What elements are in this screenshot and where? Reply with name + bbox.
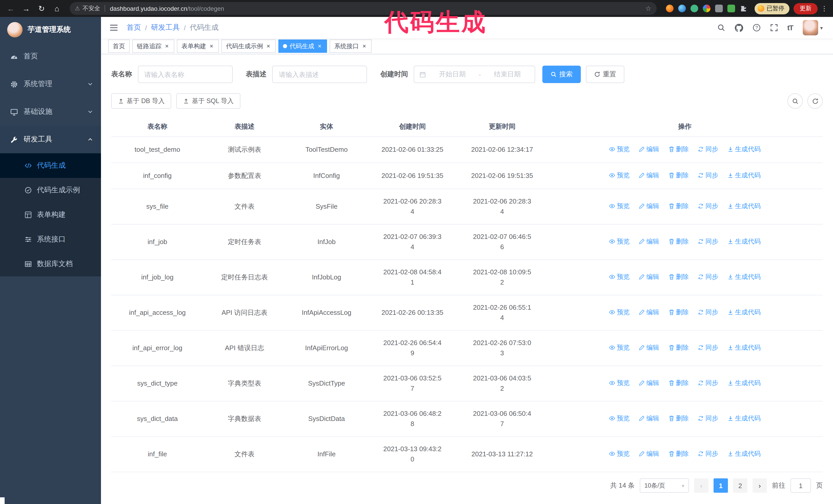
- toggle-search-button[interactable]: [787, 93, 803, 109]
- table-desc-input[interactable]: [272, 66, 367, 83]
- sidebar-item-system-api[interactable]: 系统接口: [0, 227, 101, 252]
- avatar-caret-icon[interactable]: ▾: [820, 25, 823, 30]
- sidebar-item-codegen[interactable]: 代码生成: [0, 153, 101, 178]
- paused-badge[interactable]: 已暂停: [754, 3, 789, 14]
- close-icon[interactable]: ×: [209, 43, 214, 50]
- user-avatar[interactable]: [803, 20, 818, 35]
- edit-link[interactable]: 编辑: [639, 378, 659, 388]
- generate-code-link[interactable]: 生成代码: [728, 378, 761, 388]
- sync-link[interactable]: 同步: [698, 378, 718, 388]
- app-logo[interactable]: 芋道管理系统: [0, 17, 101, 43]
- sidebar-item-infra[interactable]: 基础设施: [0, 98, 101, 126]
- close-icon[interactable]: ×: [164, 43, 170, 50]
- reset-button[interactable]: 重置: [586, 66, 624, 83]
- edit-link[interactable]: 编辑: [639, 170, 659, 181]
- sync-link[interactable]: 同步: [698, 413, 718, 424]
- github-icon[interactable]: [730, 17, 748, 39]
- delete-link[interactable]: 删除: [668, 201, 689, 211]
- edit-link[interactable]: 编辑: [639, 201, 659, 211]
- edit-link[interactable]: 编辑: [639, 144, 659, 154]
- delete-link[interactable]: 删除: [668, 307, 689, 317]
- preview-link[interactable]: 预览: [609, 449, 630, 459]
- import-db-button[interactable]: 基于 DB 导入: [111, 93, 171, 109]
- sync-link[interactable]: 同步: [698, 144, 718, 154]
- extension-icon[interactable]: [690, 5, 698, 12]
- puzzle-icon[interactable]: [739, 5, 747, 12]
- tab-tracing[interactable]: 链路追踪×: [132, 40, 174, 53]
- breadcrumb-devtools[interactable]: 研发工具: [151, 23, 180, 32]
- close-icon[interactable]: ×: [265, 43, 271, 50]
- close-icon[interactable]: ×: [361, 43, 367, 50]
- delete-link[interactable]: 删除: [668, 449, 689, 459]
- back-icon[interactable]: ←: [4, 2, 18, 15]
- table-name-input[interactable]: [138, 66, 233, 83]
- sidebar-item-devtools[interactable]: 研发工具: [0, 126, 101, 153]
- sync-link[interactable]: 同步: [698, 449, 718, 459]
- delete-link[interactable]: 删除: [668, 144, 689, 154]
- next-page-button[interactable]: ›: [753, 478, 767, 493]
- preview-link[interactable]: 预览: [609, 272, 630, 282]
- preview-link[interactable]: 预览: [609, 144, 630, 154]
- page-button-1[interactable]: 1: [714, 478, 728, 493]
- sync-link[interactable]: 同步: [698, 170, 718, 181]
- hamburger-icon[interactable]: [108, 22, 119, 33]
- browser-menu-icon[interactable]: ⋮: [820, 2, 829, 15]
- delete-link[interactable]: 删除: [668, 413, 689, 424]
- bookmark-star-icon[interactable]: ☆: [645, 5, 651, 12]
- date-range-picker[interactable]: 开始日期 - 结束日期: [414, 66, 535, 83]
- reload-icon[interactable]: ↻: [35, 2, 48, 15]
- generate-code-link[interactable]: 生成代码: [728, 170, 761, 181]
- goto-page-input[interactable]: [790, 478, 811, 493]
- preview-link[interactable]: 预览: [609, 413, 630, 424]
- sidebar-item-home[interactable]: 首页: [0, 43, 101, 70]
- extension-icon[interactable]: [715, 5, 722, 12]
- search-icon[interactable]: [713, 17, 730, 39]
- preview-link[interactable]: 预览: [609, 378, 630, 388]
- delete-link[interactable]: 删除: [668, 378, 689, 388]
- sidebar-item-db-docs[interactable]: 数据库文档: [0, 252, 101, 277]
- sync-link[interactable]: 同步: [698, 342, 718, 353]
- generate-code-link[interactable]: 生成代码: [728, 413, 761, 424]
- delete-link[interactable]: 删除: [668, 170, 689, 181]
- delete-link[interactable]: 删除: [668, 236, 689, 247]
- generate-code-link[interactable]: 生成代码: [728, 144, 761, 154]
- page-button-2[interactable]: 2: [733, 478, 747, 493]
- generate-code-link[interactable]: 生成代码: [728, 201, 761, 211]
- edit-link[interactable]: 编辑: [639, 342, 659, 353]
- preview-link[interactable]: 预览: [609, 307, 630, 317]
- preview-link[interactable]: 预览: [609, 236, 630, 247]
- sidebar-item-system[interactable]: 系统管理: [0, 70, 101, 98]
- preview-link[interactable]: 预览: [609, 170, 630, 181]
- preview-link[interactable]: 预览: [609, 201, 630, 211]
- import-sql-button[interactable]: 基于 SQL 导入: [176, 93, 240, 109]
- extension-icon[interactable]: [727, 5, 735, 12]
- help-icon[interactable]: ?: [748, 17, 765, 39]
- delete-link[interactable]: 删除: [668, 272, 689, 282]
- font-size-icon[interactable]: tT: [783, 17, 798, 39]
- delete-link[interactable]: 删除: [668, 342, 689, 353]
- tab-codegen-example[interactable]: 代码生成示例×: [221, 40, 276, 53]
- generate-code-link[interactable]: 生成代码: [728, 342, 761, 353]
- extension-icon[interactable]: [703, 5, 710, 12]
- extension-icon[interactable]: [666, 5, 673, 12]
- fullscreen-icon[interactable]: [765, 17, 783, 39]
- sync-link[interactable]: 同步: [698, 272, 718, 282]
- edit-link[interactable]: 编辑: [639, 449, 659, 459]
- tab-home[interactable]: 首页: [108, 40, 130, 53]
- refresh-table-button[interactable]: [807, 93, 823, 109]
- edit-link[interactable]: 编辑: [639, 307, 659, 317]
- close-icon[interactable]: ×: [317, 43, 323, 50]
- breadcrumb-home[interactable]: 首页: [127, 23, 141, 32]
- prev-page-button[interactable]: ‹: [694, 478, 709, 493]
- home-icon[interactable]: ⌂: [50, 2, 64, 15]
- search-button[interactable]: 搜索: [542, 66, 581, 83]
- generate-code-link[interactable]: 生成代码: [728, 307, 761, 317]
- tab-system-api[interactable]: 系统接口×: [330, 40, 372, 53]
- address-bar[interactable]: ⚠ 不安全 dashboard.yudao.iocoder.cn/tool/co…: [70, 2, 657, 15]
- extension-icon[interactable]: [678, 5, 686, 12]
- page-size-select[interactable]: 10条/页 ▾: [640, 478, 689, 493]
- sync-link[interactable]: 同步: [698, 236, 718, 247]
- generate-code-link[interactable]: 生成代码: [728, 449, 761, 459]
- generate-code-link[interactable]: 生成代码: [728, 272, 761, 282]
- sidebar-item-codegen-example[interactable]: 代码生成示例: [0, 178, 101, 202]
